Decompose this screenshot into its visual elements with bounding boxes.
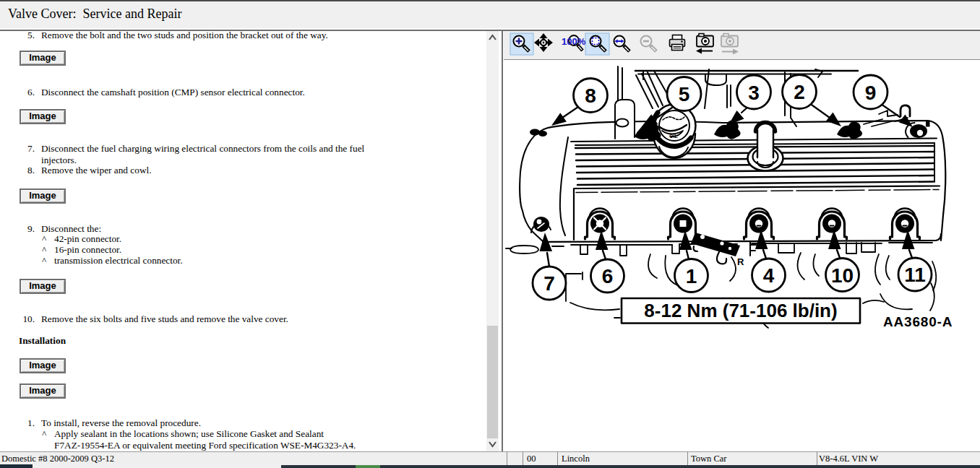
svg-text:4: 4 <box>763 264 775 287</box>
svg-text:9: 9 <box>865 82 877 104</box>
svg-text:1: 1 <box>686 265 697 287</box>
svg-text:7: 7 <box>543 272 555 295</box>
svg-text:R: R <box>737 256 744 267</box>
svg-text:OIL: OIL <box>669 134 678 139</box>
svg-text:5: 5 <box>679 83 690 105</box>
svg-text:11: 11 <box>904 264 926 286</box>
svg-text:100%: 100% <box>562 36 586 47</box>
svg-text:6: 6 <box>602 265 614 287</box>
svg-text:8-12 Nm (71-106 lb/in): 8-12 Nm (71-106 lb/in) <box>644 300 837 321</box>
svg-text:3: 3 <box>748 82 760 104</box>
svg-text:10: 10 <box>831 264 854 287</box>
svg-text:8: 8 <box>585 84 596 107</box>
svg-text:2: 2 <box>794 81 805 103</box>
svg-text:AA3680-A: AA3680-A <box>883 314 953 329</box>
